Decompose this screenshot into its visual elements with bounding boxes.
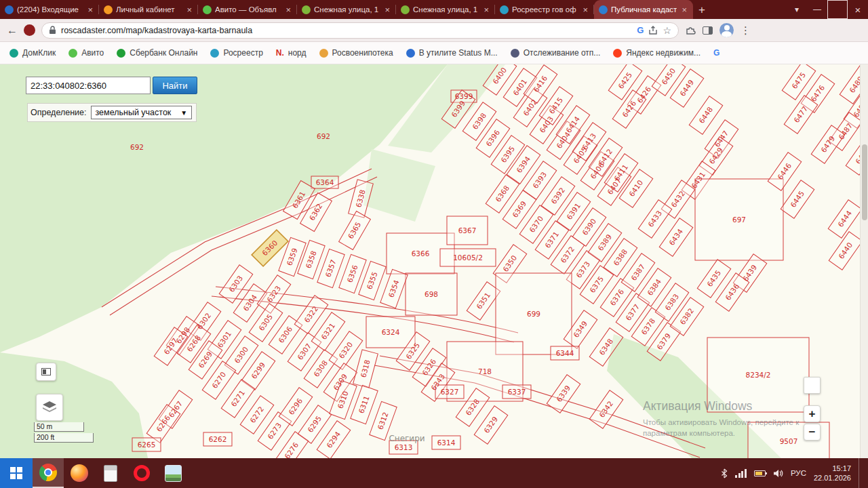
parcel-label[interactable]: 6337 — [508, 388, 526, 396]
parcel-label[interactable]: 6344 — [556, 349, 574, 357]
parcel-label[interactable]: 6262 — [209, 435, 227, 443]
show-desktop-button[interactable] — [859, 458, 863, 488]
browser-tab[interactable]: Личный кабинет× — [99, 0, 198, 19]
new-tab-button[interactable]: + — [693, 1, 711, 19]
parcel-label[interactable]: 6364 — [316, 178, 334, 186]
avito-icon — [203, 5, 212, 14]
parcel-label[interactable]: 10605/2 — [453, 253, 483, 262]
language-indicator[interactable]: РУС — [791, 469, 806, 477]
parcel-label[interactable]: 692 — [130, 143, 144, 151]
bookmark-item[interactable]: Сбербанк Онлайн — [117, 48, 197, 58]
parcel-label[interactable]: 8234/2 — [746, 371, 771, 379]
bookmark-item[interactable]: G — [713, 48, 719, 58]
minimize-button[interactable]: — — [807, 0, 827, 19]
scale-imperial: 200 ft — [34, 433, 94, 443]
parcel-label[interactable]: 692 — [317, 132, 330, 140]
maximize-button[interactable] — [827, 0, 848, 19]
tab-search-chevron-icon[interactable]: ▾ — [787, 0, 807, 19]
bookmark-label: норд — [288, 48, 307, 58]
scrollbar-thumb[interactable] — [862, 144, 867, 220]
map-canvas[interactable]: 6926926399639963986396639563946393640064… — [0, 64, 868, 458]
parcel-label[interactable]: 718 — [478, 367, 492, 375]
bookmark-star-icon[interactable]: ☆ — [663, 25, 671, 36]
zoom-out-button[interactable]: − — [804, 424, 821, 441]
taskbar-chrome[interactable] — [33, 458, 64, 488]
menu-kebab-icon[interactable]: ⋮ — [741, 24, 751, 37]
battery-icon[interactable] — [754, 470, 766, 476]
bookmark-label: Сбербанк Онлайн — [130, 48, 197, 58]
parcel-label[interactable]: 699 — [527, 310, 540, 318]
bookmark-item[interactable]: Росреестр — [210, 48, 262, 58]
taskbar-firefox[interactable] — [64, 458, 95, 488]
browser-tab[interactable]: Публичная кадаст× — [594, 0, 693, 19]
tab-close-icon[interactable]: × — [383, 5, 391, 15]
network-signal-icon[interactable] — [735, 469, 747, 478]
bookmark-item[interactable]: Авито — [68, 48, 104, 58]
parcel-label[interactable]: 6313 — [395, 443, 413, 451]
taskbar-photos[interactable] — [157, 458, 189, 488]
bookmark-item[interactable]: N.норд — [276, 48, 307, 58]
taskbar-clock[interactable]: 15:17 22.01.2026 — [814, 464, 851, 483]
browser-tab[interactable]: Снежная улица, 1× — [297, 0, 396, 19]
cadastre-search-input[interactable] — [26, 77, 151, 94]
browser-tab[interactable]: Авито — Объявл× — [198, 0, 297, 19]
google-icon[interactable]: G — [637, 25, 644, 35]
bookmark-favicon: G — [713, 48, 719, 58]
parcel-label[interactable]: 6366 — [412, 249, 430, 258]
share-icon[interactable] — [648, 26, 658, 35]
taskbar-opera[interactable] — [126, 458, 157, 488]
tab-close-icon[interactable]: × — [86, 5, 94, 15]
definition-select[interactable]: земельный участок ▼ — [91, 106, 193, 119]
layers-icon — [42, 401, 57, 414]
page-scrollbar[interactable] — [860, 64, 868, 458]
tab-close-icon[interactable]: × — [482, 5, 490, 15]
bookmark-item[interactable]: ДомКлик — [9, 48, 56, 58]
opera-icon — [134, 465, 150, 481]
parcel-label[interactable]: 698 — [425, 290, 438, 298]
firefox-icon — [71, 464, 88, 482]
back-icon[interactable]: ← — [7, 24, 18, 37]
bluetooth-icon[interactable] — [721, 468, 728, 479]
browser-toolbar: ← roscadaster.com/map/kadastrovaya-karta… — [0, 19, 868, 42]
browser-tab[interactable]: Снежная улица, 1× — [396, 0, 495, 19]
bookmark-item[interactable]: Яндекс недвижим... — [613, 48, 701, 58]
tab-close-icon[interactable]: × — [185, 5, 193, 15]
profile-avatar[interactable] — [719, 23, 734, 37]
windows-logo-icon — [10, 467, 22, 479]
volume-icon[interactable] — [773, 469, 783, 478]
tab-close-icon[interactable]: × — [680, 5, 688, 15]
taskbar-calculator[interactable] — [95, 458, 126, 488]
bookmark-item[interactable]: В утилите Status M... — [406, 48, 498, 58]
definition-filter: Определение: земельный участок ▼ — [27, 103, 197, 122]
bookmark-favicon — [319, 49, 328, 58]
address-bar[interactable]: roscadaster.com/map/kadastrovaya-karta-b… — [41, 22, 679, 39]
parcel-label[interactable]: 6327 — [441, 388, 459, 396]
bookmark-item[interactable]: Росвоенипотека — [319, 48, 393, 58]
parcel-label[interactable]: 6399 — [455, 92, 473, 100]
watermark-line2: Чтобы активировать Windows, перейдите к — [643, 418, 799, 428]
parcel-label[interactable]: 6324 — [382, 328, 400, 336]
search-button[interactable]: Найти — [153, 77, 197, 94]
zoom-in-button[interactable]: + — [804, 405, 821, 422]
tab-close-icon[interactable]: × — [284, 5, 292, 15]
fullscreen-button[interactable] — [804, 377, 821, 394]
close-window-button[interactable]: × — [848, 0, 868, 19]
side-panel-icon[interactable] — [703, 26, 713, 35]
parcel-label[interactable]: 6367 — [458, 226, 477, 235]
browser-tab[interactable]: (2204) Входящие× — [0, 0, 99, 19]
start-button[interactable] — [0, 458, 33, 488]
tab-label: Снежная улица, 1 — [413, 5, 479, 14]
reload-icon[interactable] — [24, 24, 35, 36]
layers-button[interactable] — [36, 394, 63, 421]
overview-map-button[interactable] — [36, 363, 56, 381]
cadastre-map-icon — [599, 5, 608, 14]
tab-close-icon[interactable]: × — [581, 5, 589, 15]
bookmark-item[interactable]: Отслеживание отп... — [511, 48, 601, 58]
browser-tab[interactable]: Росреестр гов оф× — [495, 0, 594, 19]
parcel-label[interactable]: 697 — [732, 216, 746, 224]
extensions-puzzle-icon[interactable] — [685, 25, 696, 36]
parcel-label[interactable]: 6265 — [138, 441, 156, 449]
bookmark-favicon — [68, 49, 77, 58]
parcel-label[interactable]: 6314 — [437, 439, 456, 447]
calculator-icon — [104, 465, 117, 482]
